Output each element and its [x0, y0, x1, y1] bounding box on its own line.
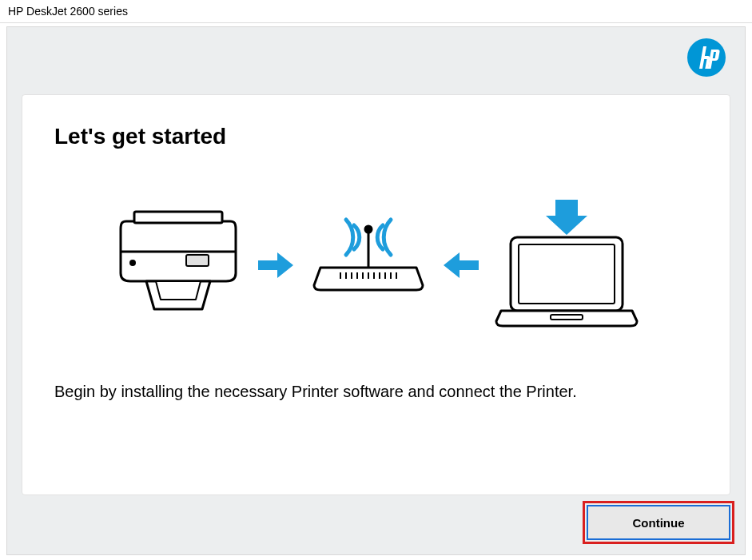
content-card: Let's get started [22, 94, 730, 495]
setup-diagram [54, 189, 698, 341]
page-heading: Let's get started [54, 124, 698, 149]
router-icon [304, 205, 432, 325]
button-row: Continue [587, 505, 730, 540]
laptop-icon [487, 193, 647, 337]
svg-rect-19 [519, 244, 615, 304]
svg-rect-3 [186, 255, 209, 266]
arrow-left-icon [440, 249, 479, 281]
svg-point-6 [365, 226, 372, 232]
instruction-text: Begin by installing the necessary Printe… [54, 381, 698, 403]
svg-rect-20 [551, 315, 583, 320]
window-title: HP DeskJet 2600 series [0, 0, 752, 23]
installer-panel: Let's get started [6, 26, 746, 555]
continue-button[interactable]: Continue [587, 505, 730, 540]
hp-logo-icon [687, 38, 726, 77]
svg-rect-1 [134, 212, 222, 223]
arrow-right-icon [258, 249, 296, 281]
printer-icon [106, 205, 250, 325]
logo-row [7, 38, 745, 83]
svg-point-4 [129, 260, 136, 266]
